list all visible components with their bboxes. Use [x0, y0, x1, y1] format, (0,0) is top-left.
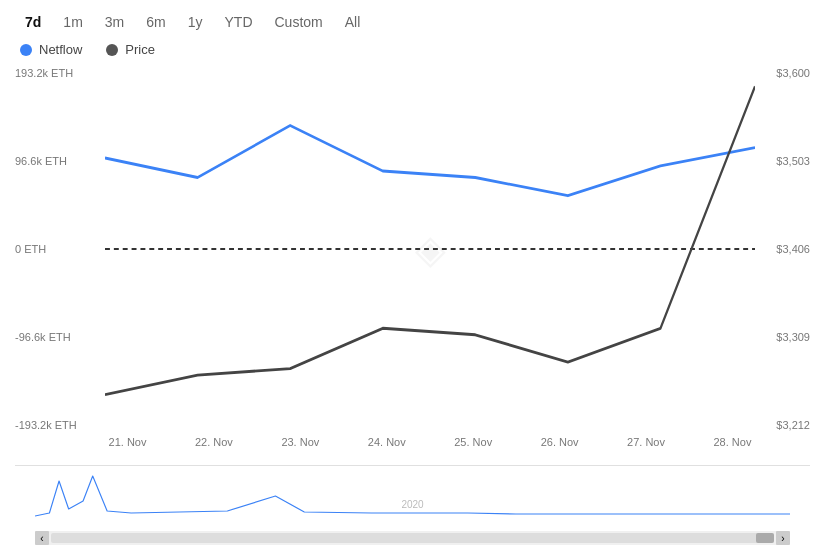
- y-axis-right: $3,600$3,503$3,406$3,309$3,212: [755, 67, 810, 431]
- mini-chart-container: 2020 ‹ ›: [15, 465, 810, 545]
- scroll-right-button[interactable]: ›: [776, 531, 790, 545]
- x-label: 24. Nov: [364, 436, 409, 448]
- time-btn-3m[interactable]: 3m: [95, 10, 134, 34]
- scroll-track: [51, 533, 774, 543]
- time-btn-1m[interactable]: 1m: [53, 10, 92, 34]
- y-label-left: -96.6k ETH: [15, 331, 105, 343]
- scrollbar: ‹ ›: [35, 531, 790, 545]
- legend-item-netflow: Netflow: [20, 42, 82, 57]
- x-label: 25. Nov: [451, 436, 496, 448]
- x-axis: 21. Nov22. Nov23. Nov24. Nov25. Nov26. N…: [105, 431, 755, 461]
- y-label-left: -193.2k ETH: [15, 419, 105, 431]
- time-btn-1y[interactable]: 1y: [178, 10, 213, 34]
- scroll-thumb[interactable]: [756, 533, 774, 543]
- chart-legend: NetflowPrice: [15, 42, 810, 57]
- y-label-right: $3,600: [776, 67, 810, 79]
- time-btn-ytd[interactable]: YTD: [215, 10, 263, 34]
- chart-wrapper: 193.2k ETH96.6k ETH0 ETH-96.6k ETH-193.2…: [15, 67, 810, 461]
- main-container: 7d1m3m6m1yYTDCustomAll NetflowPrice 193.…: [0, 0, 825, 550]
- y-label-left: 0 ETH: [15, 243, 105, 255]
- time-btn-7d[interactable]: 7d: [15, 10, 51, 34]
- legend-dot: [106, 44, 118, 56]
- y-label-right: $3,503: [776, 155, 810, 167]
- scroll-left-button[interactable]: ‹: [35, 531, 49, 545]
- y-label-right: $3,406: [776, 243, 810, 255]
- y-label-left: 96.6k ETH: [15, 155, 105, 167]
- legend-dot: [20, 44, 32, 56]
- x-label: 21. Nov: [105, 436, 150, 448]
- time-btn-all[interactable]: All: [335, 10, 371, 34]
- legend-item-price: Price: [106, 42, 155, 57]
- main-chart-svg: [105, 67, 755, 431]
- x-label: 23. Nov: [278, 436, 323, 448]
- mini-year-label: 2020: [401, 499, 423, 510]
- y-label-right: $3,212: [776, 419, 810, 431]
- y-label-left: 193.2k ETH: [15, 67, 105, 79]
- chart-svg-area: ◈: [105, 67, 755, 431]
- y-axis-left: 193.2k ETH96.6k ETH0 ETH-96.6k ETH-193.2…: [15, 67, 105, 431]
- x-label: 22. Nov: [191, 436, 236, 448]
- x-label: 26. Nov: [537, 436, 582, 448]
- time-range-bar: 7d1m3m6m1yYTDCustomAll: [15, 10, 810, 34]
- mini-chart-inner: 2020: [35, 471, 790, 526]
- y-label-right: $3,309: [776, 331, 810, 343]
- x-label: 27. Nov: [624, 436, 669, 448]
- time-btn-custom[interactable]: Custom: [265, 10, 333, 34]
- main-chart-area: 193.2k ETH96.6k ETH0 ETH-96.6k ETH-193.2…: [15, 67, 810, 461]
- x-label: 28. Nov: [710, 436, 755, 448]
- time-btn-6m[interactable]: 6m: [136, 10, 175, 34]
- legend-label: Price: [125, 42, 155, 57]
- legend-label: Netflow: [39, 42, 82, 57]
